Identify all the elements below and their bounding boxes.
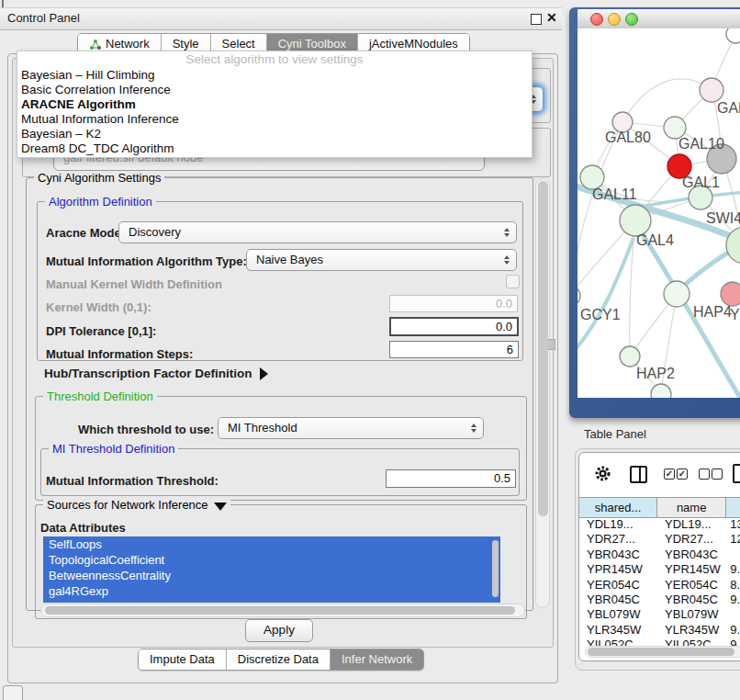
- combo-arrows-icon: [504, 228, 510, 237]
- sources-group-title[interactable]: Sources for Network Inference: [43, 498, 230, 512]
- select-all-checkbox-icon2[interactable]: ✓: [677, 469, 688, 480]
- column-header-shared-name[interactable]: shared...: [579, 498, 657, 517]
- tab-impute-data-label: Impute Data: [150, 649, 215, 670]
- network-graph: GAL GAL80 GAL10 GAL1 GAL11 SWI4 GAL4 GCY…: [577, 28, 740, 398]
- tab-discretize-data[interactable]: Discretize Data: [227, 649, 331, 670]
- deselect-all-checkbox-icon2[interactable]: [712, 469, 723, 480]
- node-label: GAL4: [636, 232, 674, 248]
- splitpane-divider-handle[interactable]: [547, 339, 555, 350]
- hub-definition-toggle[interactable]: Hub/Transcription Factor Definition: [44, 367, 268, 380]
- tab-impute-data[interactable]: Impute Data: [139, 649, 227, 670]
- cell: 13: [726, 517, 740, 532]
- network-icon: [89, 39, 101, 51]
- table-row[interactable]: YBR045CYBR045C9.: [579, 593, 740, 607]
- select-all-checkbox-icon[interactable]: ✓: [664, 469, 675, 480]
- list-item-gal4rgexp[interactable]: gal4RGexp: [43, 583, 500, 599]
- table-row[interactable]: YDL19...YDL19...13: [579, 517, 740, 532]
- cell: YDR27...: [579, 532, 657, 547]
- dropdown-item-mutual-information[interactable]: Mutual Information Inference: [17, 112, 532, 127]
- node-label: SWI4: [706, 210, 740, 226]
- which-threshold-combo[interactable]: MI Threshold: [218, 417, 484, 439]
- cell: YBR045C: [657, 593, 726, 607]
- close-traffic-light-icon[interactable]: [590, 13, 603, 26]
- dropdown-item-bayesian-hill[interactable]: Bayesian – Hill Climbing: [17, 68, 532, 83]
- dpi-tolerance-field[interactable]: 0.0: [389, 317, 519, 336]
- cell: YBR043C: [579, 548, 657, 562]
- export-table-icon[interactable]: [733, 464, 740, 483]
- manual-kernel-checkbox[interactable]: [506, 275, 520, 288]
- deselect-all-checkbox-icon[interactable]: [699, 469, 710, 480]
- collapsed-arrow-icon: [260, 367, 268, 380]
- dropdown-item-aracne[interactable]: ARACNE Algorithm: [17, 97, 532, 112]
- cell: YBL079W: [579, 607, 657, 622]
- zoom-traffic-light-icon[interactable]: [625, 13, 638, 26]
- minimized-panel-button[interactable]: [3, 685, 23, 700]
- cell: YBR043C: [657, 548, 726, 562]
- cell: 9.: [726, 562, 740, 577]
- network-canvas[interactable]: GAL GAL80 GAL10 GAL1 GAL11 SWI4 GAL4 GCY…: [577, 28, 740, 398]
- node-salmon[interactable]: [721, 282, 740, 306]
- tab-discretize-data-label: Discretize Data: [238, 649, 319, 670]
- cell: YDL19...: [657, 517, 726, 532]
- minimize-traffic-light-icon[interactable]: [608, 13, 621, 26]
- table-hscrollbar-thumb[interactable]: [588, 648, 734, 656]
- threshold-definition-title: Threshold Definition: [43, 390, 157, 403]
- aracne-mode-combo[interactable]: Discovery: [118, 221, 517, 243]
- cell: 12: [726, 532, 740, 547]
- node-gal-partial[interactable]: [700, 78, 723, 102]
- network-window-titlebar[interactable]: [577, 9, 740, 29]
- node-partial-top[interactable]: [726, 28, 740, 43]
- node-hap2[interactable]: [620, 346, 640, 367]
- table-row[interactable]: YPR145WYPR145W9.: [579, 562, 740, 577]
- node-hap4[interactable]: [664, 281, 690, 307]
- data-attributes-list[interactable]: SelfLoops TopologicalCoefficient Between…: [43, 536, 500, 603]
- combo-arrows-icon: [471, 423, 477, 433]
- list-item-betweennesscentrality[interactable]: BetweennessCentrality: [43, 568, 500, 583]
- node-label: HAP4: [693, 304, 732, 320]
- float-icon[interactable]: [531, 14, 542, 25]
- node-gcy1[interactable]: [577, 286, 580, 306]
- list-item-topologicalcoefficient[interactable]: TopologicalCoefficient: [43, 552, 500, 568]
- settings-vscrollbar-thumb[interactable]: [538, 181, 548, 516]
- dropdown-item-bayesian-k2[interactable]: Bayesian – K2: [17, 127, 532, 141]
- table-row[interactable]: YLR345WYLR345W9.: [579, 623, 740, 638]
- table-row[interactable]: YBL079WYBL079W: [579, 607, 740, 622]
- close-icon[interactable]: ✕: [546, 10, 557, 25]
- node-label: GAL11: [592, 186, 637, 202]
- table-row[interactable]: YER054CYER054C8.: [579, 578, 740, 593]
- cell: YDR27...: [657, 532, 726, 547]
- node-gal4[interactable]: [620, 205, 651, 236]
- show-columns-icon[interactable]: [630, 466, 647, 483]
- apply-button[interactable]: Apply: [245, 619, 313, 642]
- cell: YPR145W: [579, 562, 657, 577]
- node-label: GAL10: [678, 136, 724, 152]
- table-row[interactable]: YBR043CYBR043C: [579, 548, 740, 562]
- aracne-mode-value: Discovery: [129, 222, 181, 243]
- table-body[interactable]: YDL19...YDL19...13 YDR27...YDR27...12 YB…: [579, 517, 740, 653]
- attribute-list-vscrollbar[interactable]: [492, 540, 499, 597]
- attribute-list-hscrollbar-thumb[interactable]: [45, 606, 515, 615]
- column-header-partial[interactable]: [726, 498, 740, 517]
- combo-arrows-icon: [504, 255, 510, 265]
- cell: YPR145W: [657, 562, 726, 577]
- mi-threshold-field[interactable]: 0.5: [386, 469, 516, 488]
- node-label: GAL80: [605, 130, 651, 145]
- mi-steps-field[interactable]: 6: [389, 341, 519, 358]
- dropdown-item-basic-correlation[interactable]: Basic Correlation Inference: [17, 83, 532, 97]
- table-row[interactable]: YDR27...YDR27...12: [579, 532, 740, 547]
- column-header-name[interactable]: name: [657, 498, 726, 517]
- node-partial-bottom[interactable]: [651, 384, 671, 398]
- cell: 9.: [726, 623, 740, 638]
- gear-icon[interactable]: [594, 465, 611, 482]
- mi-type-combo[interactable]: Naive Bayes: [246, 249, 517, 271]
- cell: YER054C: [579, 578, 657, 593]
- cell: YDL19...: [579, 517, 657, 532]
- node-label: GAL1: [682, 175, 720, 190]
- tab-infer-network-label: Infer Network: [342, 649, 412, 670]
- algorithm-definition-title: Algorithm Definition: [45, 195, 156, 209]
- list-item-selfloops[interactable]: SelfLoops: [43, 536, 500, 552]
- dropdown-item-dream8[interactable]: Dream8 DC_TDC Algorithm: [17, 141, 532, 156]
- tab-infer-network[interactable]: Infer Network: [331, 649, 423, 670]
- kernel-width-field[interactable]: 0.0: [389, 295, 518, 312]
- table-panel: ✓ ✓ shared... name YDL19...YDL19...13 YD…: [578, 452, 740, 661]
